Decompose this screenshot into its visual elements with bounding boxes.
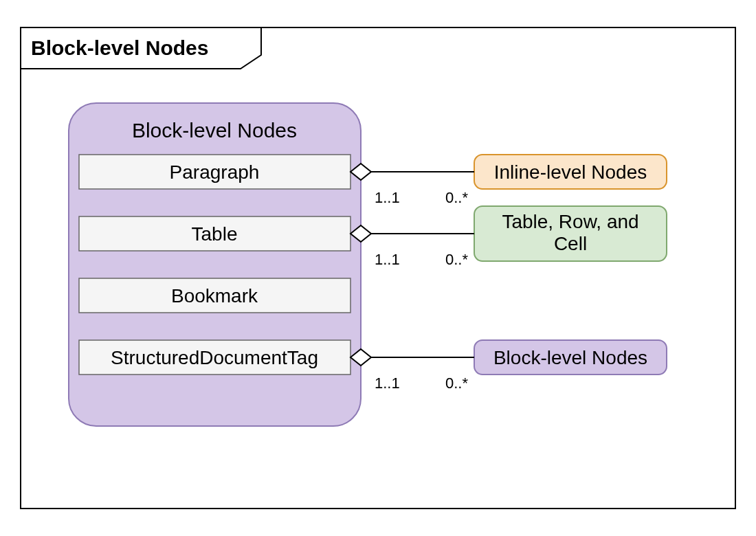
target-inline: Inline-level Nodes [474,155,667,189]
target-block-label: Block-level Nodes [493,347,647,368]
frame-title: Block-level Nodes [31,36,208,59]
svg-rect-1 [69,103,361,426]
assoc-1-target-mult: 0..* [445,251,468,268]
block-level-container: Block-level Nodes Paragraph Table Bookma… [69,103,361,426]
node-sdt-label: StructuredDocumentTag [111,347,318,368]
node-paragraph: Paragraph [79,155,351,189]
node-bookmark: Bookmark [79,278,351,313]
node-table-label: Table [192,223,238,245]
target-table: Table, Row, and Cell [474,206,667,261]
node-sdt: StructuredDocumentTag [79,340,351,375]
container-title: Block-level Nodes [132,119,297,142]
node-table: Table [79,216,351,251]
target-table-label-line1: Table, Row, and [502,211,638,232]
assoc-1-source-mult: 1..1 [375,251,400,268]
target-inline-label: Inline-level Nodes [494,161,647,183]
node-paragraph-label: Paragraph [170,161,260,183]
assoc-0-source-mult: 1..1 [375,189,400,206]
target-table-label-line2: Cell [554,233,587,254]
assoc-2-source-mult: 1..1 [375,375,400,392]
assoc-2-target-mult: 0..* [445,375,468,392]
assoc-0-target-mult: 0..* [445,189,468,206]
target-block: Block-level Nodes [474,340,667,375]
node-bookmark-label: Bookmark [171,285,258,306]
